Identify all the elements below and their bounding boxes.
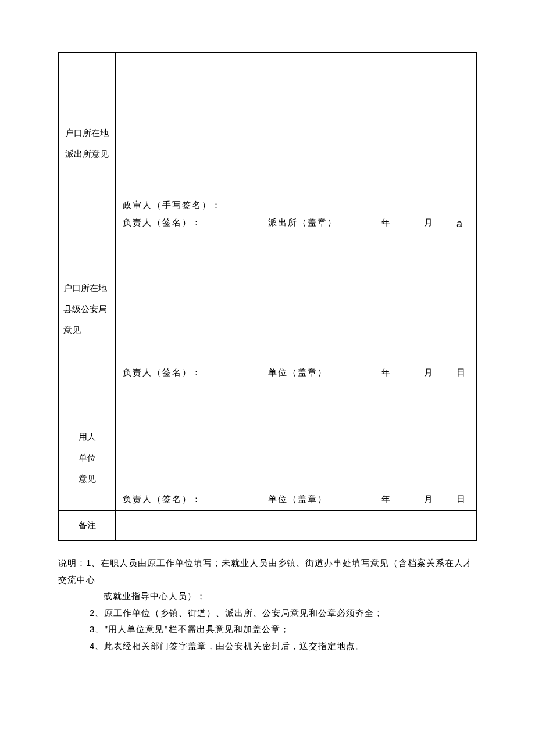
year-label: 年 bbox=[381, 367, 391, 379]
note-line-3: 3、"用人单位意见"栏不需出具意见和加盖公章； bbox=[58, 621, 477, 638]
day-label: a bbox=[456, 217, 463, 231]
day-label: 日 bbox=[456, 367, 466, 379]
month-label: 月 bbox=[424, 217, 434, 229]
month-label: 月 bbox=[424, 493, 434, 506]
row-content: 负责人（签名）： 单位（盖章） 年 月 日 bbox=[116, 384, 477, 511]
row-label: 户口所在地县级公安局意见 bbox=[59, 234, 116, 384]
note-text: 、"用人单位意见"栏不需出具意见和加盖公章； bbox=[95, 625, 289, 634]
row-content: 负责人（签名）： 单位（盖章） 年 月 日 bbox=[116, 234, 477, 384]
seal-label: 单位（盖章） bbox=[268, 493, 327, 506]
seal-label: 单位（盖章） bbox=[268, 367, 327, 379]
extra-signer-label: 政审人（手写签名）： bbox=[123, 200, 222, 210]
note-text: 、在职人员由原工作单位填写；未就业人员由乡镇、街道办事处填写意见（含档案关系在人… bbox=[58, 558, 473, 585]
note-line-1b: 或就业指导中心人员）； bbox=[58, 588, 477, 605]
note-text: 、此表经相关部门签字盖章，由公安机关密封后，送交指定地点。 bbox=[95, 642, 365, 651]
signature-line: 负责人（签名）： 派出所（盖章） 年 月 a bbox=[123, 217, 469, 229]
notes-lead: 说明： bbox=[58, 558, 86, 568]
day-label: 日 bbox=[456, 493, 466, 506]
note-line-2: 2、原工作单位（乡镇、街道）、派出所、公安局意见和公章必须齐全； bbox=[58, 605, 477, 622]
note-line-1a: 说明：1、在职人员由原工作单位填写；未就业人员由乡镇、街道办事处填写意见（含档案… bbox=[58, 555, 477, 588]
label-text: 用人 单位 意见 bbox=[79, 432, 96, 483]
row-content bbox=[116, 511, 477, 541]
year-label: 年 bbox=[381, 217, 391, 229]
note-text: 或就业指导中心人员）； bbox=[104, 592, 206, 601]
month-label: 月 bbox=[424, 367, 434, 379]
row-remarks: 备注 bbox=[59, 511, 477, 541]
row-label: 用人 单位 意见 bbox=[59, 384, 116, 511]
row-content: 政审人（手写签名）： 负责人（签名）： 派出所（盖章） 年 月 a bbox=[116, 53, 477, 234]
row-employer: 用人 单位 意见 负责人（签名）： 单位（盖章） 年 月 日 bbox=[59, 384, 477, 511]
page-container: 户口所在地派出所意见 政审人（手写签名）： 负责人（签名）： 派出所（盖章） 年… bbox=[0, 0, 535, 678]
signature-line-extra: 政审人（手写签名）： bbox=[123, 199, 469, 212]
row-label: 户口所在地派出所意见 bbox=[59, 53, 116, 234]
opinion-table: 户口所在地派出所意见 政审人（手写签名）： 负责人（签名）： 派出所（盖章） 年… bbox=[58, 52, 477, 541]
label-text: 户口所在地派出所意见 bbox=[65, 128, 109, 159]
label-text: 备注 bbox=[79, 521, 96, 530]
label-text: 户口所在地县级公安局意见 bbox=[63, 284, 107, 335]
row-label: 备注 bbox=[59, 511, 116, 541]
note-number: 2 bbox=[90, 608, 95, 618]
note-line-4: 4、此表经相关部门签字盖章，由公安机关密封后，送交指定地点。 bbox=[58, 638, 477, 655]
year-label: 年 bbox=[381, 493, 391, 506]
signature-line: 负责人（签名）： 单位（盖章） 年 月 日 bbox=[123, 493, 469, 506]
seal-label: 派出所（盖章） bbox=[268, 217, 337, 229]
note-number: 3 bbox=[90, 624, 95, 634]
row-county-bureau: 户口所在地县级公安局意见 负责人（签名）： 单位（盖章） 年 月 日 bbox=[59, 234, 477, 384]
signer-label: 负责人（签名）： bbox=[123, 368, 202, 377]
signature-line: 负责人（签名）： 单位（盖章） 年 月 日 bbox=[123, 367, 469, 379]
note-text: 、原工作单位（乡镇、街道）、派出所、公安局意见和公章必须齐全； bbox=[95, 608, 383, 618]
signer-label: 负责人（签名）： bbox=[123, 218, 202, 227]
note-number: 4 bbox=[90, 641, 95, 651]
row-police-station: 户口所在地派出所意见 政审人（手写签名）： 负责人（签名）： 派出所（盖章） 年… bbox=[59, 53, 477, 234]
note-number: 1 bbox=[86, 558, 91, 568]
notes-section: 说明：1、在职人员由原工作单位填写；未就业人员由乡镇、街道办事处填写意见（含档案… bbox=[58, 555, 477, 654]
signer-label: 负责人（签名）： bbox=[123, 495, 202, 504]
